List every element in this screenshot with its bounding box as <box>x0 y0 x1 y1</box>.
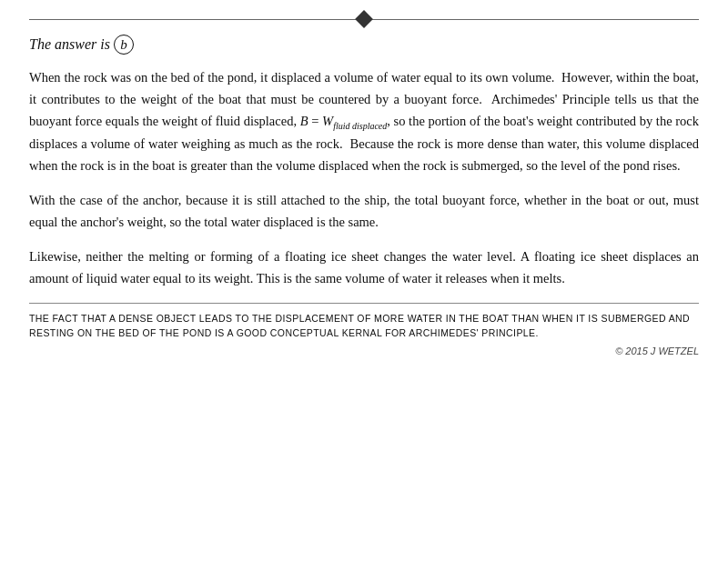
footer-note: THE FACT THAT A DENSE OBJECT LEADS TO TH… <box>29 311 699 341</box>
equation-W: Wfluid displaced <box>322 114 387 128</box>
subscript-fluid: fluid displaced <box>333 121 387 131</box>
diamond-icon <box>355 10 373 28</box>
main-content: When the rock was on the bed of the pond… <box>29 67 699 290</box>
top-divider <box>29 13 699 25</box>
bottom-divider <box>29 303 699 304</box>
copyright: © 2015 J WETZEL <box>29 346 699 356</box>
paragraph-1: When the rock was on the bed of the pond… <box>29 67 699 177</box>
answer-prefix: The answer is <box>29 36 110 53</box>
paragraph-3: Likewise, neither the melting or forming… <box>29 246 699 290</box>
answer-value: b <box>114 35 134 55</box>
equation-B: B <box>300 114 308 128</box>
answer-line: The answer is b <box>29 35 699 55</box>
page-container: The answer is b When the rock was on the… <box>0 13 728 561</box>
paragraph-2: With the case of the anchor, because it … <box>29 190 699 234</box>
